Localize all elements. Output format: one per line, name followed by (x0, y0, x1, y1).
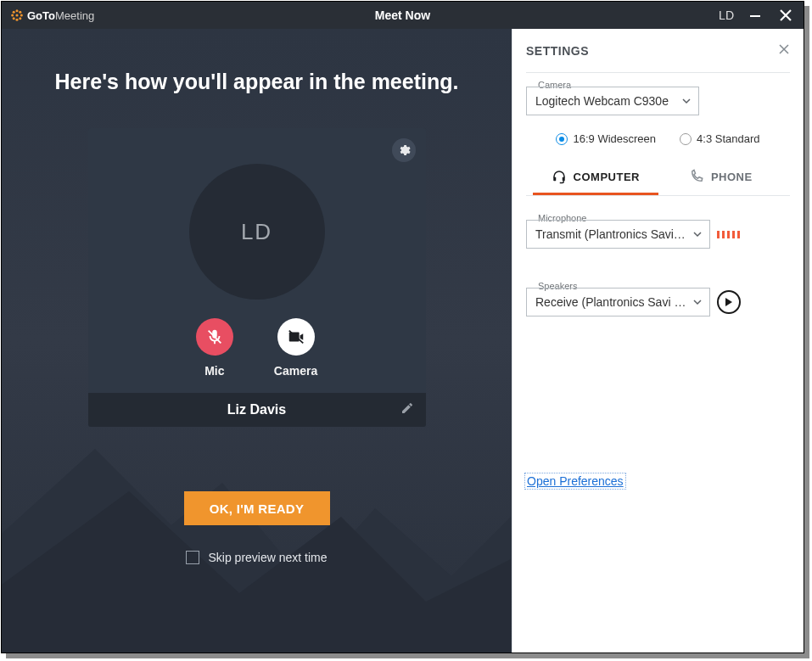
skip-preview-label: Skip preview next time (208, 551, 327, 564)
tab-phone[interactable]: PHONE (658, 160, 784, 195)
tab-phone-label: PHONE (711, 171, 753, 183)
close-icon (778, 43, 790, 55)
mic-label: Mic (204, 364, 224, 378)
preview-settings-button[interactable] (392, 138, 416, 162)
gear-icon (397, 143, 411, 157)
minimize-button[interactable] (746, 6, 764, 25)
svg-point-1 (15, 19, 18, 21)
camera-off-icon (287, 328, 305, 346)
svg-point-8 (15, 14, 18, 16)
headset-icon (552, 169, 567, 184)
svg-point-0 (15, 9, 18, 12)
microphone-select[interactable]: Transmit (Plantronics Savi… (526, 220, 710, 249)
svg-point-2 (11, 14, 14, 16)
close-window-button[interactable] (776, 6, 795, 25)
camera-select[interactable]: Logitech Webcam C930e (526, 87, 699, 115)
aspect-standard-radio[interactable]: 4:3 Standard (680, 132, 759, 145)
brand: GoToMeeting (10, 8, 94, 22)
svg-rect-9 (750, 15, 760, 17)
settings-close-button[interactable] (778, 43, 790, 59)
preview-heading: Here's how you'll appear in the meeting. (55, 70, 459, 94)
svg-point-4 (13, 11, 15, 14)
edit-name-button[interactable] (400, 401, 414, 418)
camera-select-value: Logitech Webcam C930e (535, 94, 669, 108)
phone-icon (689, 169, 704, 184)
window-title: Meet Now (375, 8, 430, 22)
close-icon (779, 8, 792, 22)
ok-ready-button[interactable]: OK, I'M READY (184, 491, 330, 525)
svg-point-6 (13, 17, 15, 20)
minimize-icon (749, 9, 761, 21)
test-speakers-button[interactable] (717, 290, 741, 314)
aspect-wide-label: 16:9 Widescreen (573, 132, 656, 145)
user-initials-badge: LD (719, 8, 734, 22)
svg-point-3 (20, 14, 23, 16)
open-preferences-link[interactable]: Open Preferences (526, 474, 624, 488)
chevron-down-icon (692, 229, 703, 239)
display-name: Liz Davis (227, 402, 286, 417)
mic-muted-icon (205, 328, 224, 346)
gotomeeting-logo-icon (10, 8, 24, 22)
pencil-icon (400, 401, 414, 415)
app-window: GoToMeeting Meet Now LD Here's how you'l… (1, 1, 804, 653)
svg-point-7 (19, 17, 21, 20)
brand-name: GoToMeeting (27, 9, 94, 22)
svg-rect-11 (562, 177, 564, 182)
titlebar: GoToMeeting Meet Now LD (2, 2, 804, 29)
preview-card: LD Mic (88, 128, 426, 427)
skip-preview-checkbox[interactable] (186, 551, 199, 564)
display-name-bar: Liz Davis (88, 393, 426, 427)
aspect-wide-radio[interactable]: 16:9 Widescreen (556, 132, 656, 145)
settings-panel: SETTINGS Camera Logitech Webcam C930e 16 (512, 29, 804, 653)
speakers-select-value: Receive (Plantronics Savi … (535, 295, 686, 309)
settings-title: SETTINGS (526, 44, 589, 58)
svg-point-5 (19, 11, 21, 14)
chevron-down-icon (692, 297, 703, 307)
tab-computer[interactable]: COMPUTER (533, 160, 658, 195)
mic-level-meter (717, 231, 740, 238)
mic-toggle-button[interactable] (196, 318, 233, 356)
avatar: LD (189, 164, 325, 300)
speakers-select[interactable]: Receive (Plantronics Savi … (526, 288, 710, 316)
background-art (2, 415, 511, 653)
chevron-down-icon (681, 96, 692, 106)
camera-label: Camera (274, 364, 317, 378)
svg-rect-10 (553, 177, 556, 182)
preview-panel: Here's how you'll appear in the meeting.… (2, 29, 512, 653)
tab-computer-label: COMPUTER (574, 171, 640, 183)
play-icon (725, 297, 733, 307)
camera-toggle-button[interactable] (277, 318, 315, 356)
microphone-select-value: Transmit (Plantronics Savi… (535, 227, 686, 241)
aspect-standard-label: 4:3 Standard (697, 132, 759, 145)
